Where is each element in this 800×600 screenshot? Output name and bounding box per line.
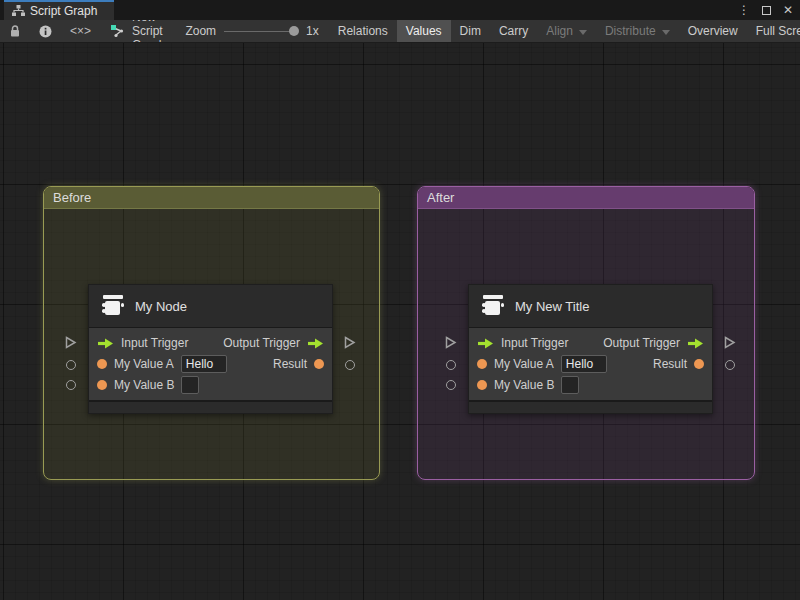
align-button[interactable]: Align <box>537 20 596 42</box>
zoom-value: 1x <box>306 24 319 38</box>
value-b-row: My Value B <box>469 375 712 395</box>
unit-node-icon <box>101 295 125 317</box>
code-button[interactable]: <×> <box>61 20 100 42</box>
zoom-label: Zoom <box>185 24 216 38</box>
node-body-my-new-title[interactable]: My New Title Input Trigger Output Trigge… <box>468 284 713 414</box>
group-before-label: Before <box>53 190 91 205</box>
tab-bar: Script Graph ⋮ ✕ <box>0 0 800 20</box>
value-port-icon[interactable] <box>694 359 704 369</box>
output-trigger-port-outer[interactable] <box>344 336 356 349</box>
code-icon: <×> <box>70 24 91 38</box>
value-b-port-outer[interactable] <box>446 380 456 390</box>
output-trigger-port-outer[interactable] <box>724 336 736 349</box>
flow-arrow-icon[interactable] <box>687 338 704 349</box>
lock-button[interactable] <box>0 20 30 42</box>
trigger-row: Input Trigger Output Trigger <box>89 333 332 353</box>
value-a-input[interactable] <box>181 355 227 373</box>
value-port-icon[interactable] <box>477 380 487 390</box>
node-footer <box>89 400 332 413</box>
flow-arrow-icon[interactable] <box>477 338 494 349</box>
zoom-slider[interactable] <box>224 26 298 36</box>
zoom-slider-knob[interactable] <box>289 26 299 36</box>
output-trigger-label: Output Trigger <box>603 336 680 350</box>
value-port-icon[interactable] <box>97 359 107 369</box>
graph-hierarchy-icon <box>12 5 25 17</box>
unit-node-icon <box>481 295 505 317</box>
chevron-down-icon <box>662 30 670 35</box>
input-trigger-port-outer[interactable] <box>445 336 457 349</box>
node-footer <box>469 400 712 413</box>
info-button[interactable] <box>30 20 61 42</box>
value-b-label: My Value B <box>114 378 174 392</box>
graph-name: New Script Graph <box>132 20 165 43</box>
value-port-icon[interactable] <box>97 380 107 390</box>
value-a-label: My Value A <box>114 357 174 371</box>
close-icon[interactable]: ✕ <box>780 2 796 18</box>
output-trigger-label: Output Trigger <box>223 336 300 350</box>
flow-arrow-icon[interactable] <box>97 338 114 349</box>
graph-node-icon <box>110 24 125 38</box>
value-a-input[interactable] <box>561 355 607 373</box>
value-a-row: My Value A Result <box>89 354 332 374</box>
node-my-new-title[interactable]: My New Title Input Trigger Output Trigge… <box>468 284 713 414</box>
breadcrumb-graph[interactable]: New Script Graph <box>100 20 175 42</box>
info-icon <box>39 25 52 38</box>
input-trigger-port-outer[interactable] <box>65 336 77 349</box>
maximize-icon[interactable] <box>758 2 774 18</box>
lock-icon <box>9 25 21 38</box>
result-port-outer[interactable] <box>725 360 735 370</box>
value-b-input[interactable] <box>181 376 199 394</box>
fullscreen-button[interactable]: Full Screen <box>747 20 800 42</box>
input-trigger-label: Input Trigger <box>121 336 188 350</box>
tab-script-graph[interactable]: Script Graph <box>4 0 114 20</box>
zoom-control: Zoom 1x <box>175 20 328 42</box>
result-port-outer[interactable] <box>345 360 355 370</box>
tab-label: Script Graph <box>30 4 97 18</box>
value-b-input[interactable] <box>561 376 579 394</box>
value-b-port-outer[interactable] <box>66 380 76 390</box>
value-a-port-outer[interactable] <box>66 360 76 370</box>
distribute-button[interactable]: Distribute <box>596 20 679 42</box>
node-my-node[interactable]: My Node Input Trigger Output Trigger <box>88 284 333 414</box>
group-before-header[interactable]: Before <box>44 187 379 209</box>
value-a-row: My Value A Result <box>469 354 712 374</box>
value-port-icon[interactable] <box>477 359 487 369</box>
node-body-my-node[interactable]: My Node Input Trigger Output Trigger <box>88 284 333 414</box>
dim-button[interactable]: Dim <box>451 20 490 42</box>
value-b-label: My Value B <box>494 378 554 392</box>
node-title: My New Title <box>515 299 589 314</box>
trigger-row: Input Trigger Output Trigger <box>469 333 712 353</box>
node-header[interactable]: My New Title <box>469 285 712 328</box>
relations-button[interactable]: Relations <box>329 20 397 42</box>
node-header[interactable]: My Node <box>89 285 332 328</box>
window-controls: ⋮ ✕ <box>736 0 796 20</box>
overview-button[interactable]: Overview <box>679 20 747 42</box>
chevron-down-icon <box>579 30 587 35</box>
carry-button[interactable]: Carry <box>490 20 537 42</box>
result-label: Result <box>653 357 687 371</box>
menu-dots-icon[interactable]: ⋮ <box>736 2 752 18</box>
flow-arrow-icon[interactable] <box>307 338 324 349</box>
node-title: My Node <box>135 299 187 314</box>
graph-canvas[interactable]: Before After <box>0 43 800 600</box>
script-graph-window: Script Graph ⋮ ✕ <box>0 0 800 600</box>
value-b-row: My Value B <box>89 375 332 395</box>
values-button[interactable]: Values <box>397 20 451 42</box>
result-label: Result <box>273 357 307 371</box>
value-port-icon[interactable] <box>314 359 324 369</box>
group-after-header[interactable]: After <box>418 187 754 209</box>
graph-toolbar: <×> New Script Graph Zoom 1x Relat <box>0 20 800 43</box>
value-a-port-outer[interactable] <box>446 360 456 370</box>
value-a-label: My Value A <box>494 357 554 371</box>
group-after-label: After <box>427 190 454 205</box>
input-trigger-label: Input Trigger <box>501 336 568 350</box>
